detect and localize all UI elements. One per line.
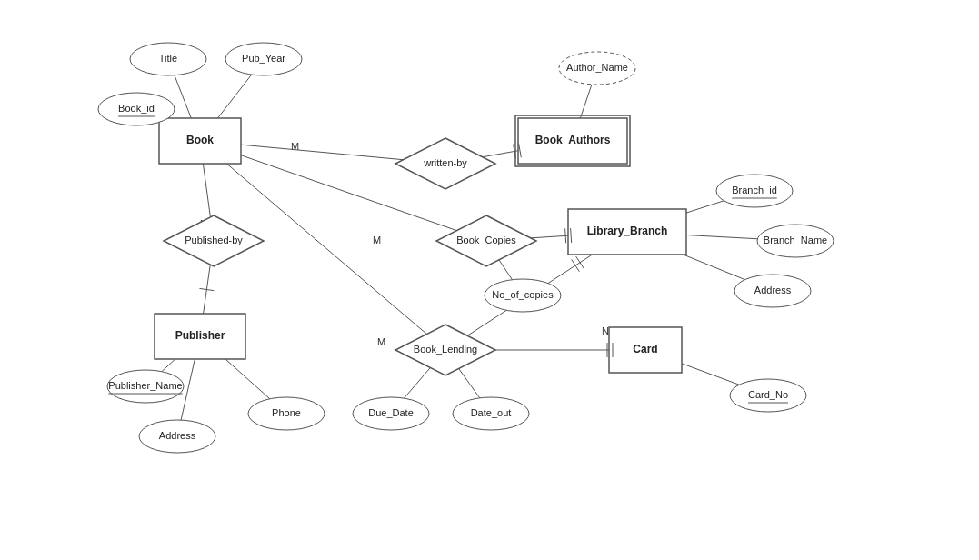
er-diagram-canvas <box>0 0 979 560</box>
